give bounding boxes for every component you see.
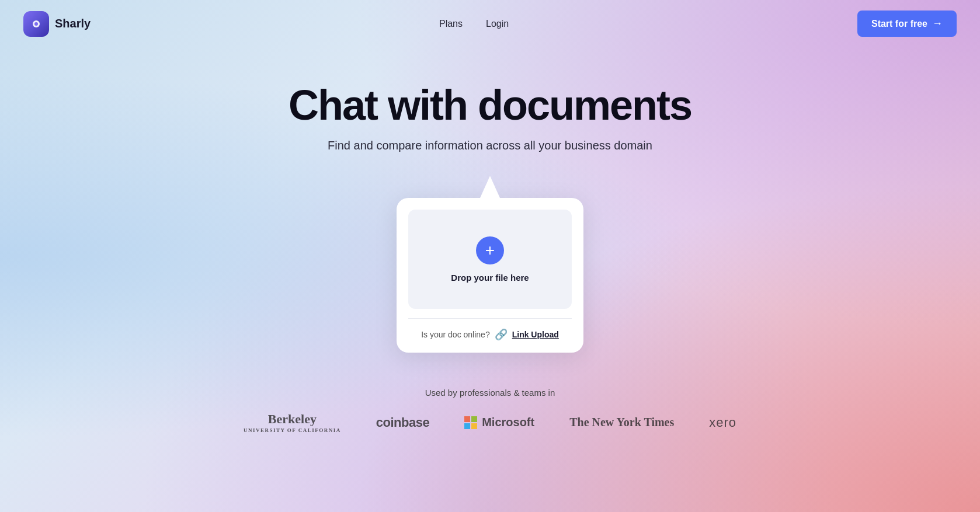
link-icon: 🔗 xyxy=(495,328,508,341)
logo-xero: xero xyxy=(709,415,736,430)
logos-label: Used by professionals & teams in xyxy=(425,388,555,398)
link-upload-label: Is your doc online? xyxy=(421,330,490,339)
logo-nyt: The New York Times xyxy=(569,416,674,429)
nav-links: Plans Login xyxy=(439,19,509,29)
drop-zone[interactable]: + Drop your file here xyxy=(408,210,572,309)
logo-icon xyxy=(23,11,49,37)
nav-link-login[interactable]: Login xyxy=(486,19,509,29)
logo-text: Sharly xyxy=(55,17,91,30)
svg-point-1 xyxy=(34,22,38,26)
link-upload-button[interactable]: Link Upload xyxy=(512,330,559,339)
drop-text: Drop your file here xyxy=(451,273,529,283)
speech-notch xyxy=(472,176,508,199)
microsoft-grid-icon xyxy=(464,416,477,429)
hero-subtitle: Find and compare information across all … xyxy=(328,139,652,152)
start-for-free-button[interactable]: Start for free → xyxy=(857,11,957,37)
upload-card: + Drop your file here Is your doc online… xyxy=(397,198,583,353)
add-file-button[interactable]: + xyxy=(476,236,504,264)
nav-link-plans[interactable]: Plans xyxy=(439,19,463,29)
main-content: Chat with documents Find and compare inf… xyxy=(0,47,980,353)
divider xyxy=(408,318,572,319)
arrow-icon: → xyxy=(932,18,943,30)
logo-coinbase: coinbase xyxy=(376,415,429,430)
logo-berkeley: Berkeley University of California xyxy=(244,412,341,433)
hero-title: Chat with documents xyxy=(289,82,691,128)
logos-row: Berkeley University of California coinba… xyxy=(244,412,736,433)
upload-widget: + Drop your file here Is your doc online… xyxy=(397,176,583,353)
link-upload-row: Is your doc online? 🔗 Link Upload xyxy=(408,328,572,341)
logo-microsoft: Microsoft xyxy=(464,416,534,429)
logos-section: Used by professionals & teams in Berkele… xyxy=(0,388,980,433)
logo: Sharly xyxy=(23,11,91,37)
navbar: Sharly Plans Login Start for free → xyxy=(0,0,980,47)
